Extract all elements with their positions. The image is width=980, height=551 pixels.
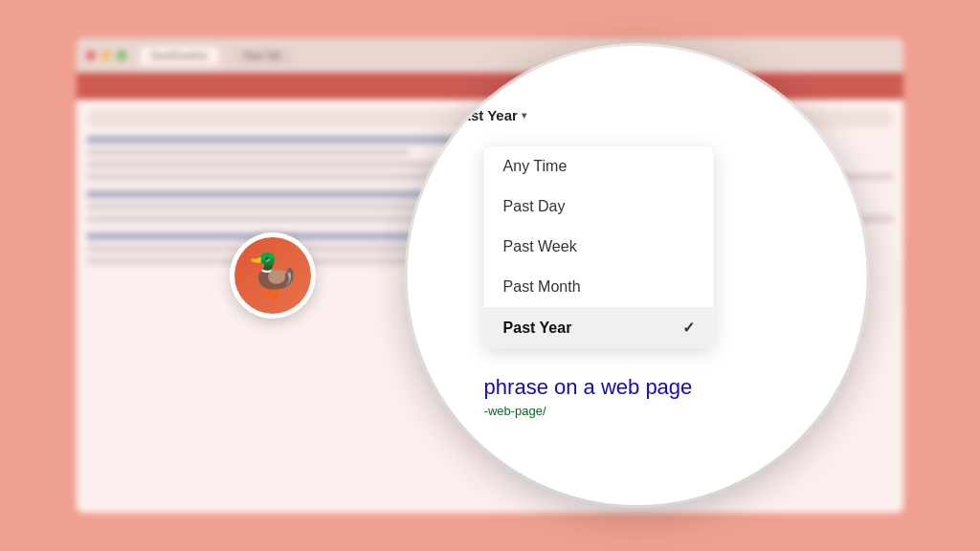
- maximize-dot: [117, 51, 126, 60]
- past-month-label: Past Month: [503, 278, 581, 296]
- result-url: -web-page/: [484, 404, 693, 418]
- result-title: phrase on a web page: [484, 375, 693, 400]
- result-title-text: phrase on a web page: [484, 375, 693, 399]
- result-line-1: [86, 148, 410, 156]
- chevron-down-icon: ▾: [522, 110, 526, 121]
- time-filter-dropdown: Any Time Past Day Past Week Past Month P…: [484, 146, 714, 348]
- filter-label: Past Year: [454, 107, 518, 123]
- past-week-option[interactable]: Past Week: [484, 227, 714, 267]
- search-result-area: phrase on a web page -web-page/: [446, 375, 693, 418]
- result-url-text: -web-page/: [484, 404, 546, 418]
- duck-icon: 🦆: [247, 254, 300, 297]
- magnifier-circle: Past Year ▾ Any Time Past Day Past Week …: [408, 46, 867, 505]
- past-year-filter-button[interactable]: Past Year ▾: [446, 103, 534, 127]
- past-week-label: Past Week: [503, 238, 577, 255]
- past-day-label: Past Day: [503, 198, 566, 215]
- selected-checkmark: ✓: [682, 319, 695, 337]
- past-year-option[interactable]: Past Year ✓: [484, 307, 714, 348]
- past-month-option[interactable]: Past Month: [484, 267, 714, 307]
- duckduckgo-logo: 🦆: [230, 232, 316, 319]
- past-year-label: Past Year: [503, 320, 572, 337]
- ddg-logo-inner: 🦆: [234, 237, 311, 314]
- any-time-option[interactable]: Any Time: [484, 146, 714, 187]
- browser-tab: DuckDuckGo: [140, 47, 219, 65]
- minimize-dot: [101, 51, 111, 60]
- close-dot: [86, 51, 96, 60]
- filter-toolbar: Past Year ▾: [446, 103, 829, 127]
- magnifier-content: Past Year ▾ Any Time Past Day Past Week …: [408, 46, 867, 505]
- any-time-label: Any Time: [503, 158, 568, 175]
- browser-tab-new: New Tab: [233, 47, 293, 65]
- past-day-option[interactable]: Past Day: [484, 187, 714, 227]
